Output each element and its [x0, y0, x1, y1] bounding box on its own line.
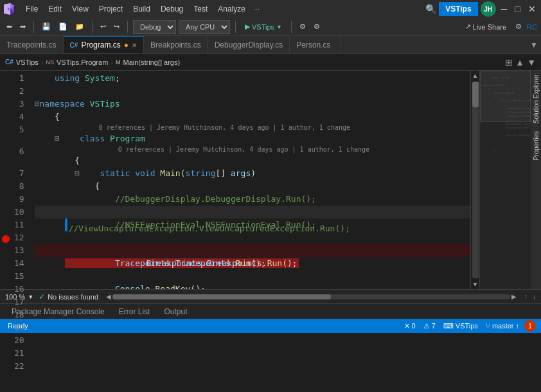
- side-panel: Solution Explorer Properties: [531, 71, 541, 289]
- code-line-6: {: [35, 154, 470, 167]
- git-branch-label: master: [492, 322, 514, 330]
- no-issues-item[interactable]: ✓ No issues found: [39, 292, 98, 301]
- cursor-down-btn[interactable]: ↓: [533, 293, 536, 300]
- tab-close-icon[interactable]: ✕: [132, 42, 137, 49]
- main-toolbar: ⬅ ➡ 💾 📄 📁 ↩ ↪ Debug Any CPU ▶ VSTips ▼ ⚙…: [0, 18, 541, 36]
- breadcrumb-method-icon: M: [116, 59, 121, 66]
- scrollbar-thumb[interactable]: [472, 82, 479, 107]
- breadcrumb-sep1: ›: [41, 58, 44, 66]
- vs-logo: [3, 3, 15, 15]
- code-line-8: {: [35, 180, 470, 193]
- warnings-count: 7: [432, 322, 436, 330]
- minimap-viewport: [480, 71, 531, 122]
- rc-btn[interactable]: RC: [527, 23, 537, 31]
- toolbar-extra-btn[interactable]: ⚙: [513, 21, 524, 32]
- properties-btn[interactable]: Properties: [531, 127, 541, 165]
- run-btn[interactable]: ▶ VSTips ▼: [241, 21, 286, 32]
- hscroll-track[interactable]: [112, 294, 510, 299]
- open-btn[interactable]: 📁: [73, 21, 87, 32]
- scrollbar-track[interactable]: [472, 82, 479, 278]
- horizontal-scrollbar[interactable]: ◀ ▶: [106, 293, 517, 300]
- tab-debuggerdisplay[interactable]: DebuggerDisplay.cs: [208, 36, 290, 53]
- editor-container: 12345 6 78910111213141516171819202122 us…: [0, 71, 541, 289]
- minimize-btn[interactable]: ─: [499, 3, 510, 15]
- line-numbers: 12345 6 78910111213141516171819202122: [12, 71, 30, 289]
- breadcrumb-namespace[interactable]: VSTips.Program: [57, 58, 108, 66]
- breakpoint-dot: [2, 235, 10, 243]
- code-line-9: //DebuggerDisplay.DebuggerDisplay.Run();: [35, 193, 470, 206]
- menu-debug[interactable]: Debug: [155, 2, 188, 16]
- code-line-7: ⊟ static void Main(string[] args): [35, 167, 470, 180]
- tab-breakpoints-label: Breakpoints.cs: [150, 40, 201, 49]
- menu-analyze[interactable]: Analyze: [213, 2, 251, 16]
- warning-icon: ⚠: [423, 322, 430, 330]
- menu-file[interactable]: File: [21, 2, 43, 16]
- live-share-btn[interactable]: ↗ Live Share: [461, 21, 511, 32]
- code-line-13: Breakpoints.Breakpoints.Run();: [35, 244, 470, 257]
- code-line-3: ⊟namespace VSTips: [35, 98, 470, 111]
- code-line-11: //NSEFunctionEval.NSEFunctionEval.Run();: [35, 218, 470, 231]
- tab-error-list[interactable]: Error List: [112, 306, 157, 317]
- menu-project[interactable]: Project: [94, 2, 128, 16]
- menu-build[interactable]: Build: [128, 2, 155, 16]
- split-editor-btn[interactable]: ⊞: [505, 57, 513, 67]
- tab-person[interactable]: Person.cs: [290, 36, 341, 53]
- hscroll-thumb[interactable]: [112, 294, 331, 299]
- vstips-title-btn[interactable]: VSTips: [439, 2, 477, 16]
- settings-btn[interactable]: ⚙: [297, 21, 308, 32]
- code-line-15: [35, 270, 470, 283]
- git-icon: ⑂: [486, 322, 490, 330]
- scroll-up-btn[interactable]: ▲: [471, 71, 480, 80]
- code-line-16: Console.ReadKey();: [35, 283, 470, 289]
- add-btn[interactable]: 📄: [56, 21, 70, 32]
- vertical-scrollbar[interactable]: ▲ ▼: [470, 71, 479, 289]
- errors-item[interactable]: ✕ 0: [402, 322, 418, 330]
- collapse-btn[interactable]: ▲: [515, 57, 524, 67]
- forward-btn[interactable]: ➡: [17, 21, 28, 32]
- back-btn[interactable]: ⬅: [4, 21, 15, 32]
- breadcrumb-method[interactable]: Main(string[] args): [123, 58, 181, 66]
- undo-btn[interactable]: ↩: [98, 21, 109, 32]
- feedback-btn[interactable]: ⚙: [311, 21, 323, 32]
- hscroll-left-btn[interactable]: ◀: [106, 293, 111, 300]
- live-share-icon: ↗: [465, 22, 471, 31]
- sep5: [291, 21, 292, 33]
- menu-more[interactable]: ···: [251, 4, 262, 13]
- vstips-status[interactable]: ⌨ VSTips: [441, 322, 481, 330]
- solution-explorer-btn[interactable]: Solution Explorer: [531, 71, 541, 127]
- live-share-label: Live Share: [473, 23, 507, 31]
- code-line-5: ⊟ class Program: [35, 132, 470, 145]
- bottom-tabs: Package Manager Console Error List Outpu…: [0, 303, 541, 319]
- tabs-overflow-btn[interactable]: ▼: [527, 36, 541, 53]
- error-icon: ✕: [404, 322, 410, 330]
- breadcrumb-project[interactable]: VSTips: [16, 58, 39, 66]
- sep2: [92, 21, 93, 33]
- redo-btn[interactable]: ↪: [111, 21, 122, 32]
- notification-item[interactable]: 1: [524, 320, 536, 332]
- search-icon[interactable]: 🔍: [425, 4, 436, 14]
- menu-edit[interactable]: Edit: [43, 2, 67, 16]
- code-editor[interactable]: using System; ⊟namespace VSTips { 0 refe…: [30, 71, 470, 289]
- document-tabs: Tracepoints.cs C# Program.cs ● ✕ Breakpo…: [0, 36, 541, 54]
- tab-tracepoints[interactable]: Tracepoints.cs: [0, 36, 64, 53]
- user-avatar[interactable]: JH: [481, 1, 496, 17]
- errors-count: 0: [412, 322, 416, 330]
- menu-view[interactable]: View: [67, 2, 94, 16]
- maximize-btn[interactable]: □: [513, 3, 523, 15]
- tab-output[interactable]: Output: [157, 306, 193, 317]
- git-branch-item[interactable]: ⑂ master ↑: [483, 322, 522, 330]
- hscroll-right-btn[interactable]: ▶: [511, 293, 517, 300]
- platform-dropdown[interactable]: Any CPU: [179, 20, 230, 34]
- cursor-up-btn[interactable]: ↑: [524, 293, 528, 300]
- tab-program[interactable]: C# Program.cs ● ✕: [64, 36, 144, 53]
- scroll-down-btn[interactable]: ▼: [471, 280, 480, 289]
- close-btn[interactable]: ✕: [526, 3, 538, 15]
- code-line-12: [35, 231, 470, 244]
- warnings-item[interactable]: ⚠ 7: [421, 322, 438, 330]
- menu-test[interactable]: Test: [188, 2, 213, 16]
- tab-breakpoints[interactable]: Breakpoints.cs: [144, 36, 208, 53]
- debug-config-dropdown[interactable]: Debug: [133, 20, 176, 34]
- code-line-4: {: [35, 111, 470, 123]
- expand-btn[interactable]: ▼: [527, 57, 536, 67]
- save-btn[interactable]: 💾: [39, 21, 53, 32]
